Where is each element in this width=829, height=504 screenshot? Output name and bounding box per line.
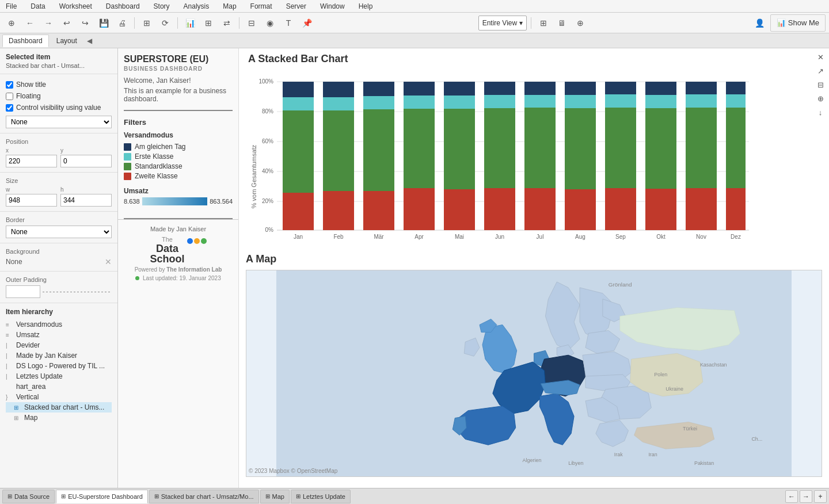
show-title-checkbox[interactable] xyxy=(6,81,13,89)
expand-icon[interactable]: ⊕ xyxy=(814,92,827,105)
bar-mai-gleichen xyxy=(444,82,475,96)
tab-map[interactable]: ⊞ Map xyxy=(260,490,290,503)
label-button[interactable]: T xyxy=(280,16,296,30)
umsatz-bar-fill xyxy=(142,197,208,205)
tab-eu-dashboard[interactable]: ⊞ EU-Superstore Dashboard xyxy=(56,490,148,503)
umsatz-min: 8.638 xyxy=(124,198,140,205)
hier-item-map[interactable]: ⊞ Map xyxy=(6,413,112,423)
scroll-right-button[interactable]: → xyxy=(800,490,812,503)
bar-sep-erste xyxy=(605,94,636,108)
grid-button[interactable]: ⊞ xyxy=(535,16,552,30)
show-title-row[interactable]: Show title xyxy=(6,79,112,90)
data-source-icon: ⊞ xyxy=(7,493,12,499)
toolbar: ⊕ ← → ↩ ↪ 💾 🖨 ⊞ ⟳ 📊 ⊞ ⇄ ⊟ ◉ T 📌 Entire V… xyxy=(0,13,829,33)
menu-server[interactable]: Server xyxy=(283,1,310,12)
redo-button[interactable]: ↪ xyxy=(77,16,93,30)
chart-button[interactable]: 📊 xyxy=(182,16,198,30)
w-input[interactable] xyxy=(6,194,57,207)
share-button[interactable]: ⊕ xyxy=(572,16,588,30)
tab-stacked-bar[interactable]: ⊞ Stacked bar chart - Umsatz/Mo... xyxy=(149,490,259,503)
menu-window[interactable]: Window xyxy=(317,1,348,12)
control-visibility-checkbox[interactable] xyxy=(6,104,13,112)
hier-item-ds-logo[interactable]: | DS Logo - Powered by TIL ... xyxy=(6,361,112,371)
map-container[interactable]: Grönland Polen Ukraine Türkei Kasachstan… xyxy=(246,270,822,477)
legend-erste-klasse[interactable]: Erste Klasse xyxy=(124,152,233,161)
h-label: h xyxy=(60,186,112,193)
new-button[interactable]: ⊕ xyxy=(3,16,20,30)
undo-button[interactable]: ↩ xyxy=(59,16,75,30)
hier-item-letztes-update[interactable]: | Letztes Update xyxy=(6,371,112,381)
chart-scroll[interactable]: A Stacked Bar Chart % vom Gesamtumsatz 1… xyxy=(239,48,829,488)
more-icon[interactable]: ↓ xyxy=(814,106,827,119)
hier-item-stacked[interactable]: ⊞ Stacked bar chart - Ums... xyxy=(6,402,112,413)
menu-data[interactable]: Data xyxy=(27,1,48,12)
hier-item-umsatz[interactable]: ≡ Umsatz xyxy=(6,330,112,340)
forward-button[interactable]: → xyxy=(40,16,56,30)
hier-label-umsatz: Umsatz xyxy=(16,331,40,339)
edit-background-icon[interactable]: ✕ xyxy=(105,257,112,266)
pin-button[interactable]: 📌 xyxy=(299,16,315,30)
back-button[interactable]: ← xyxy=(22,16,38,30)
filter-button[interactable]: ⊟ xyxy=(244,16,260,30)
view-select[interactable]: Entire View ▾ xyxy=(478,16,527,30)
tab-letztes-update[interactable]: ⊞ Letztes Update xyxy=(291,490,351,503)
h-input[interactable] xyxy=(60,194,112,207)
close-chart-button[interactable]: ✕ xyxy=(814,51,827,63)
swap-button[interactable]: ⇄ xyxy=(219,16,235,30)
person-icon: 👤 xyxy=(752,16,768,30)
add-sheet-button[interactable]: + xyxy=(814,490,827,503)
hier-item-chart-area[interactable]: hart_area xyxy=(6,381,112,392)
tab-layout[interactable]: Layout xyxy=(50,35,83,47)
floating-row[interactable]: Floating xyxy=(6,90,112,102)
scroll-left-button[interactable]: ← xyxy=(785,490,798,503)
connect-button[interactable]: ⊞ xyxy=(139,16,155,30)
map-icon: ⊞ xyxy=(265,493,270,499)
mark-button[interactable]: ◉ xyxy=(262,16,278,30)
hier-item-made-by[interactable]: | Made by Jan Kaiser xyxy=(6,350,112,361)
refresh-button[interactable]: ⟳ xyxy=(157,16,173,30)
table-button[interactable]: ⊞ xyxy=(200,16,216,30)
umsatz-bar-row: 8.638 863.564 xyxy=(124,197,233,205)
legend-standardklasse[interactable]: Standardklasse xyxy=(124,162,233,170)
bar-sep-gleichen xyxy=(605,82,636,94)
menu-help[interactable]: Help xyxy=(355,1,377,12)
iran-text: Iran xyxy=(648,452,657,457)
hier-item-devider[interactable]: | Devider xyxy=(6,340,112,350)
stacked-chart-title: A Stacked Bar Chart xyxy=(248,53,820,65)
menu-story[interactable]: Story xyxy=(150,1,173,12)
x-input[interactable] xyxy=(6,155,57,167)
external-link-icon[interactable]: ↗ xyxy=(814,64,827,77)
tab-data-source[interactable]: ⊞ Data Source xyxy=(2,490,55,503)
bar-aug-erste xyxy=(565,95,596,108)
menu-analysis[interactable]: Analysis xyxy=(180,1,213,12)
hier-item-versandmodus[interactable]: ≡ Versandmodus xyxy=(6,319,112,330)
hierarchy-section: Item hierarchy ≡ Versandmodus ≡ Umsatz |… xyxy=(0,303,117,488)
border-dropdown[interactable]: None xyxy=(6,226,112,238)
menu-worksheet[interactable]: Worksheet xyxy=(56,1,96,12)
collapse-icon[interactable]: ◀ xyxy=(87,37,92,45)
hier-item-vertical[interactable]: } Vertical xyxy=(6,392,112,402)
bar-feb-zweite xyxy=(323,191,354,230)
y-tick-60: 60% xyxy=(262,138,273,144)
y-input[interactable] xyxy=(60,155,112,167)
x-label-feb: Feb xyxy=(333,234,344,240)
menu-file[interactable]: File xyxy=(2,1,20,12)
none-dropdown-row[interactable]: None xyxy=(6,116,112,128)
tab-stacked-bar-label: Stacked bar chart - Umsatz/Mo... xyxy=(161,493,254,500)
show-me-button[interactable]: 📊 Show Me xyxy=(770,14,826,32)
floating-checkbox[interactable] xyxy=(6,93,13,100)
menu-dashboard[interactable]: Dashboard xyxy=(102,1,143,12)
filter-icon[interactable]: ⊟ xyxy=(814,78,827,91)
legend-zweite-klasse[interactable]: Zweite Klasse xyxy=(124,172,233,180)
tab-dashboard[interactable]: Dashboard xyxy=(2,35,49,47)
control-visibility-row[interactable]: Control visibility using value xyxy=(6,102,112,113)
hier-label-vertical: Vertical xyxy=(16,393,39,401)
save-button[interactable]: 💾 xyxy=(96,16,112,30)
print-button[interactable]: 🖨 xyxy=(114,16,130,30)
device-button[interactable]: 🖥 xyxy=(554,16,570,30)
outer-padding-input[interactable] xyxy=(6,285,40,298)
menu-map[interactable]: Map xyxy=(219,1,239,12)
none-dropdown[interactable]: None xyxy=(6,116,112,128)
legend-am-gleichen-tag[interactable]: Am gleichen Tag xyxy=(124,143,233,151)
menu-format[interactable]: Format xyxy=(247,1,276,12)
